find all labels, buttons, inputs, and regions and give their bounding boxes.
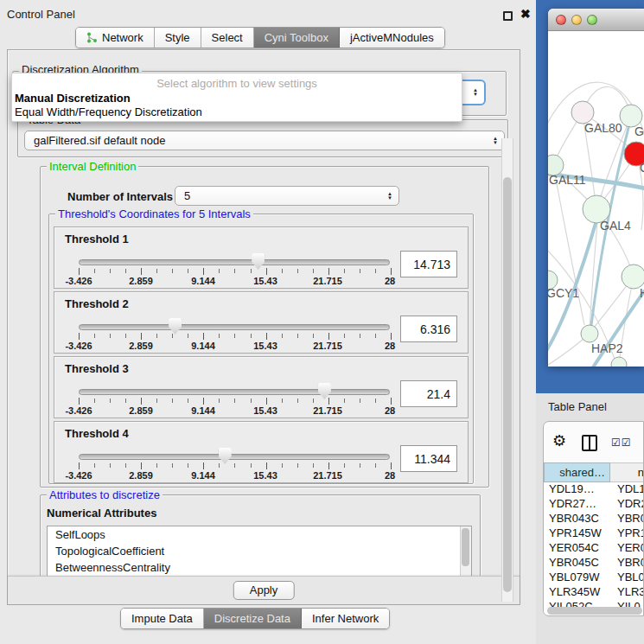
table-row[interactable]: YBR043CYBR0 [544,512,644,526]
cell-name[interactable]: YDL1 [610,482,644,497]
table-row[interactable]: YER054CYER0 [544,541,644,556]
bottom-tab-bar: Impute DataDiscretize DataInfer Network [120,608,390,629]
network-icon [86,32,98,43]
threshold-panel-1: Threshold 1-3.4262.8599.14415.4321.71528… [54,226,469,289]
threshold-value-field[interactable]: 21.4 [400,380,457,407]
threshold-panel-4: Threshold 4-3.4262.8599.14415.4321.71528… [54,421,469,483]
close-icon[interactable]: ✖ [520,7,531,21]
minimize-traffic-icon[interactable] [571,15,582,25]
slider-track[interactable] [79,259,390,265]
table-row[interactable]: YBL079WYBL0 [544,571,644,585]
number-of-intervals-combobox[interactable]: 5 ▲▼ [175,186,399,206]
numerical-attributes-list[interactable]: SelfLoopsTopologicalCoefficientBetweenne… [47,526,472,579]
dropdown-item-equal-width-frequency-discretization[interactable]: Equal Width/Frequency Discretization [12,105,462,119]
node-label-node-red: G [640,161,644,175]
attributes-scrollbar-thumb[interactable] [462,528,469,566]
zoom-traffic-icon[interactable] [587,15,597,25]
cell-name[interactable]: YDR2 [610,497,644,512]
threshold-label: Threshold 3 [65,362,129,375]
slider-track[interactable] [79,389,390,395]
tab-label: Select [212,31,243,44]
intervals-combo-value: 5 [184,189,190,202]
interval-definition-title: Interval Definition [47,160,138,173]
select-columns-icon[interactable]: ☑☑ [611,437,632,449]
table-row[interactable]: YBR045CYBR0 [544,556,644,571]
threshold-value-field[interactable]: 6.316 [400,316,457,342]
tab-select[interactable]: Select [201,28,254,48]
tab-label: Infer Network [312,612,379,625]
apply-bar: Apply [8,576,520,604]
cell-shared-name[interactable]: YDL19… [544,482,610,497]
tick-label: 21.715 [313,470,342,481]
cell-name[interactable]: YBR0 [610,556,644,571]
node-label-GAL80: GAL80 [584,121,622,135]
stepper-arrows-icon: ▲▼ [493,137,498,145]
table-data-combobox[interactable]: galFiltered.sif default node ▲▼ [24,131,505,150]
slider-track[interactable] [79,324,390,330]
column-header-name[interactable]: n [610,462,644,482]
table-row[interactable]: YDL19…YDL1 [544,482,644,497]
tab-impute-data[interactable]: Impute Data [121,609,204,628]
cell-name[interactable]: YLR3 [610,585,644,600]
tab-jactivemnodules[interactable]: jActiveMNodules [340,28,444,48]
network-window-titlebar[interactable] [548,9,644,31]
network-canvas[interactable]: GAL80GAGGAL11GAL4GCY1HHAP2 [548,31,644,367]
tab-style[interactable]: Style [155,28,201,48]
number-of-intervals-label: Number of Intervals [67,190,173,203]
cell-name[interactable]: YBL0 [610,571,644,585]
cell-shared-name[interactable]: YBR045C [544,556,610,571]
attribute-item-betweennesscentrality[interactable]: BetweennessCentrality [48,559,471,576]
apply-button[interactable]: Apply [233,581,295,600]
network-node-node-bottom[interactable] [611,357,627,367]
cell-name[interactable]: YPR1 [610,526,644,541]
tick-label: 9.144 [191,405,215,416]
tab-network[interactable]: Network [76,28,155,48]
node-label-GAL11: GAL11 [549,173,586,187]
attribute-item-selfloops[interactable]: SelfLoops [48,526,471,543]
cell-shared-name[interactable]: YLR345W [544,585,610,600]
cell-shared-name[interactable]: YPR145W [544,526,610,541]
split-columns-icon[interactable] [582,435,597,451]
dropdown-placeholder: Select algorithm to view settings [12,73,462,92]
tick-label: 2.859 [129,470,153,481]
threshold-value-field[interactable]: 14.713 [400,251,457,277]
network-node-node-right[interactable] [622,265,644,289]
tab-infer-network[interactable]: Infer Network [302,609,389,628]
cell-shared-name[interactable]: YBL079W [544,571,610,585]
node-table: ⚙ ☑☑ shared… n YDL19…YDL1YDR27…YDR2YBR04… [543,421,644,616]
numerical-attributes-label: Numerical Attributes [47,507,156,520]
slider-track[interactable] [79,454,390,460]
table-row[interactable]: YLR345WYLR3 [544,585,644,600]
tab-cyni-toolbox[interactable]: Cyni Toolbox [254,28,340,48]
cell-name[interactable]: YBR0 [610,512,644,526]
tab-discretize-data[interactable]: Discretize Data [204,609,302,628]
table-header: shared… n [544,462,644,482]
node-label-node-top: GA [634,124,644,138]
tab-label: Cyni Toolbox [265,31,328,44]
close-traffic-icon[interactable] [556,15,566,25]
control-panel-scrollbar-thumb[interactable] [503,177,512,592]
threshold-value-field[interactable]: 11.344 [400,445,457,472]
table-panel-title: Table Panel [548,400,607,413]
cell-shared-name[interactable]: YDR27… [544,497,610,512]
dropdown-item-manual-discretization[interactable]: Manual Discretization [12,92,462,105]
tick-label: 21.715 [313,341,342,351]
table-row[interactable]: YDR27…YDR2 [544,497,644,512]
cell-name[interactable]: YER0 [610,541,644,556]
table-row[interactable]: YPR145WYPR1 [544,526,644,541]
cell-shared-name[interactable]: YER054C [544,541,610,556]
column-header-shared-name[interactable]: shared… [544,462,610,482]
table-data-combo-value: galFiltered.sif default node [34,134,165,147]
network-node-HAP2[interactable] [581,325,598,342]
gear-icon[interactable]: ⚙ [552,433,566,449]
slider-tick-labels: -3.4262.8599.14415.4321.71528 [79,405,390,417]
threshold-label: Threshold 4 [65,427,129,440]
tick-label: 15.43 [253,405,277,416]
tick-label: 28 [385,470,395,481]
float-icon[interactable] [503,11,513,21]
table-horizontal-scrollbar[interactable] [547,607,642,615]
slider-major-ticks [79,333,392,340]
attribute-item-topologicalcoefficient[interactable]: TopologicalCoefficient [48,543,471,559]
cell-shared-name[interactable]: YBR043C [544,512,610,526]
tick-label: 15.43 [253,276,277,286]
